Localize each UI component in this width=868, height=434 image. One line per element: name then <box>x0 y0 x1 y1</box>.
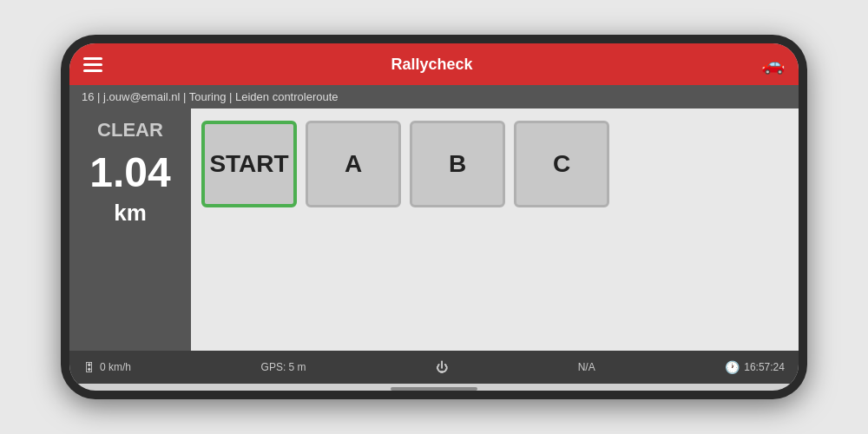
checkpoint-buttons: START A B C <box>201 121 788 207</box>
header-bar: Rallycheck 🚗 <box>69 43 799 85</box>
nav-value: N/A <box>578 361 595 373</box>
info-bar: 16 | j.ouw@email.nl | Touring | Leiden c… <box>69 85 799 108</box>
car-icon: 🚗 <box>761 53 785 76</box>
time-status: 🕐 16:57:24 <box>725 360 785 374</box>
distance-unit: km <box>114 200 147 227</box>
speed-status: 🎛 0 km/h <box>83 360 131 374</box>
menu-icon[interactable] <box>83 57 102 72</box>
speedometer-icon: 🎛 <box>83 360 95 374</box>
checkpoint-a[interactable]: A <box>306 121 401 207</box>
power-status: ⏻ <box>436 360 448 374</box>
info-bar-text: 16 | j.ouw@email.nl | Touring | Leiden c… <box>82 90 339 103</box>
time-value: 16:57:24 <box>744 361 785 373</box>
checkpoint-start[interactable]: START <box>201 121 297 207</box>
app-title: Rallycheck <box>391 56 472 74</box>
home-indicator <box>391 387 477 391</box>
clock-icon: 🕐 <box>725 360 740 374</box>
gps-value: GPS: 5 m <box>261 361 306 373</box>
clear-label[interactable]: CLEAR <box>97 119 163 141</box>
phone-screen: Rallycheck 🚗 16 | j.ouw@email.nl | Touri… <box>69 43 799 391</box>
right-panel: START A B C <box>191 108 799 351</box>
nav-status: N/A <box>578 361 595 373</box>
power-icon: ⏻ <box>436 360 448 374</box>
speed-value: 0 km/h <box>100 361 131 373</box>
checkpoint-b[interactable]: B <box>410 121 505 207</box>
main-content: CLEAR 1.04 km START A B C <box>69 108 799 351</box>
phone-frame: Rallycheck 🚗 16 | j.ouw@email.nl | Touri… <box>61 35 807 399</box>
distance-value: 1.04 <box>89 150 170 196</box>
status-bar: 🎛 0 km/h GPS: 5 m ⏻ N/A 🕐 16:57:24 <box>69 351 799 384</box>
left-panel: CLEAR 1.04 km <box>69 108 191 351</box>
gps-status: GPS: 5 m <box>261 361 306 373</box>
checkpoint-c[interactable]: C <box>514 121 609 207</box>
